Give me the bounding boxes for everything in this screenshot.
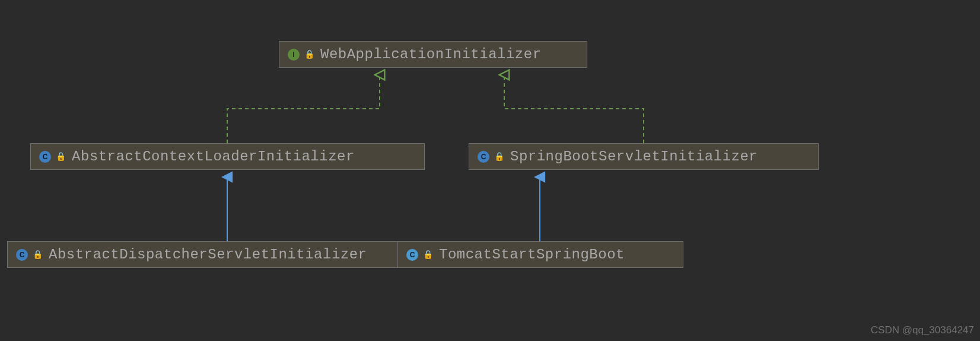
class-node-right-bottom[interactable]: C 🔒 TomcatStartSpringBoot (397, 241, 683, 268)
lock-icon: 🔒 (33, 250, 43, 260)
lock-icon: 🔒 (423, 250, 433, 260)
interface-icon: I (288, 49, 300, 61)
node-label: WebApplicationInitializer (320, 46, 542, 62)
class-icon: C (406, 249, 418, 261)
interface-node-root[interactable]: I 🔒 WebApplicationInitializer (279, 41, 587, 68)
class-icon: C (16, 249, 28, 261)
lock-icon: 🔒 (304, 49, 314, 59)
watermark-text: CSDN @qq_30364247 (871, 324, 974, 336)
node-label: TomcatStartSpringBoot (439, 247, 625, 263)
node-label: SpringBootServletInitializer (510, 149, 758, 165)
class-icon: C (478, 151, 489, 163)
lock-icon: 🔒 (494, 151, 504, 162)
class-node-left-bottom[interactable]: C 🔒 AbstractDispatcherServletInitializer (7, 241, 448, 268)
class-icon: C (39, 151, 51, 163)
lock-icon: 🔒 (56, 151, 66, 162)
class-node-right-mid[interactable]: C 🔒 SpringBootServletInitializer (469, 143, 819, 170)
class-node-left-mid[interactable]: C 🔒 AbstractContextLoaderInitializer (30, 143, 425, 170)
node-label: AbstractDispatcherServletInitializer (49, 247, 367, 263)
implements-connector (504, 75, 644, 143)
node-label: AbstractContextLoaderInitializer (72, 149, 355, 165)
implements-connector (227, 75, 380, 143)
